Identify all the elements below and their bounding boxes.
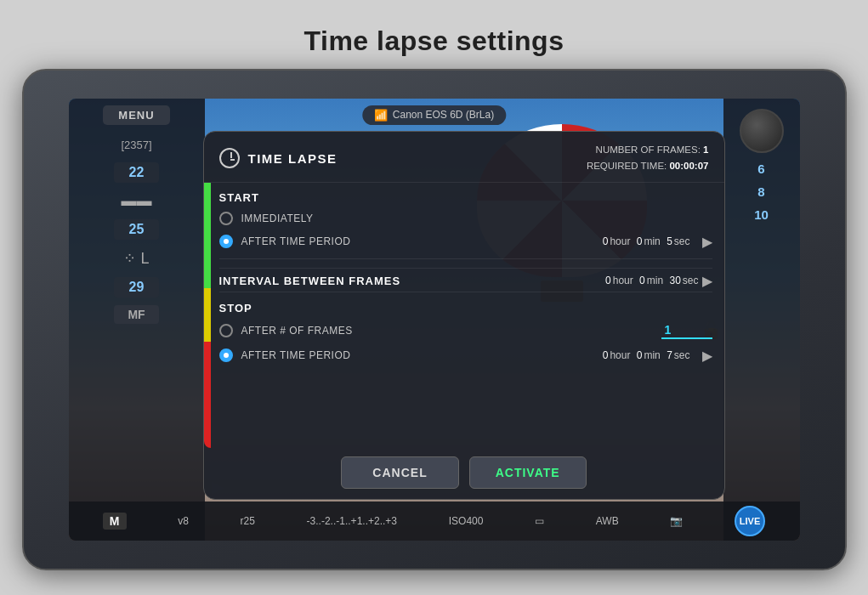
interval-time-value: 0 hour 0 min 30 sec bbox=[605, 275, 698, 286]
stop-min-unit: min bbox=[644, 349, 660, 361]
focus-icon: ⁘ L bbox=[123, 249, 149, 268]
interval-sec-unit: sec bbox=[683, 275, 699, 286]
page-title: Time lapse settings bbox=[304, 26, 564, 57]
start-time-arrow[interactable]: ▶ bbox=[702, 234, 712, 250]
stop-time-arrow[interactable]: ▶ bbox=[702, 348, 712, 364]
stop-frames-row[interactable]: AFTER # OF FRAMES bbox=[219, 320, 712, 342]
bottom-ev: -3..-2..-1..+1..+2..+3 bbox=[307, 515, 397, 527]
right-value-6: 6 bbox=[757, 162, 764, 176]
camera-connection-badge: 📶 Canon EOS 6D (BrLa) bbox=[362, 105, 506, 125]
interval-section-title: INTERVAL BETWEEN FRAMES bbox=[219, 275, 401, 287]
level-icon: ▬▬ bbox=[122, 192, 152, 210]
bar-yellow bbox=[204, 288, 211, 341]
interval-min-unit: min bbox=[647, 275, 663, 286]
live-badge[interactable]: LIVE bbox=[735, 506, 765, 536]
bottom-iso[interactable]: ISO400 bbox=[449, 515, 484, 527]
stop-hour-unit: hour bbox=[610, 349, 630, 361]
time-info: REQUIRED TIME: 00:00:07 bbox=[587, 158, 709, 175]
stop-time-value: 0 hour 0 min 7 sec bbox=[603, 349, 690, 361]
mf-label: MF bbox=[114, 305, 158, 324]
dialog-title-text: TIME LAPSE bbox=[248, 151, 338, 166]
frames-value-display: 1 bbox=[703, 144, 708, 155]
bottom-wb[interactable]: AWB bbox=[596, 515, 619, 527]
stop-hour-num: 0 bbox=[603, 349, 609, 361]
live-text: LIVE bbox=[740, 516, 760, 526]
start-sec-num: 5 bbox=[667, 235, 672, 247]
cancel-button[interactable]: CANCEL bbox=[341, 456, 458, 489]
frames-input[interactable] bbox=[661, 322, 712, 339]
immediately-row[interactable]: IMMEDIATELY bbox=[219, 209, 712, 228]
bottom-r25[interactable]: r25 bbox=[241, 515, 255, 527]
iso-value: ISO400 bbox=[449, 515, 484, 527]
start-after-time-label: AFTER TIME PERIOD bbox=[241, 235, 594, 247]
right-value-8: 8 bbox=[757, 184, 764, 199]
required-time-value: 00:00:07 bbox=[669, 161, 708, 171]
stop-after-time-label: AFTER TIME PERIOD bbox=[241, 349, 594, 361]
interval-section-row: INTERVAL BETWEEN FRAMES 0 hour 0 min 30 … bbox=[219, 268, 712, 292]
bottom-bar: M v8 r25 -3..-2..-1..+1..+2..+3 ISO400 ▭… bbox=[69, 502, 800, 541]
timer-icon bbox=[219, 148, 240, 168]
stop-frames-label: AFTER # OF FRAMES bbox=[241, 325, 653, 337]
color-bar bbox=[204, 183, 211, 448]
mode-m[interactable]: M bbox=[103, 513, 127, 530]
start-min-unit: min bbox=[644, 235, 660, 247]
right-sidebar: 6 8 10 bbox=[723, 99, 800, 541]
interval-sec-num: 30 bbox=[669, 275, 680, 286]
camera-name: Canon EOS 6D (BrLa) bbox=[393, 109, 494, 121]
v8-value: v8 bbox=[178, 515, 189, 527]
interval-hour-num: 0 bbox=[605, 275, 611, 286]
ev-scale: -3..-2..-1..+1..+2..+3 bbox=[307, 515, 397, 527]
start-after-time-row[interactable]: AFTER TIME PERIOD 0 hour 0 min 5 sec ▶ bbox=[219, 231, 712, 252]
frames-info: NUMBER OF FRAMES: 1 bbox=[587, 142, 709, 159]
right-value-10: 10 bbox=[754, 207, 769, 222]
dialog-buttons: CANCEL ACTIVATE bbox=[204, 448, 724, 499]
start-hour-num: 0 bbox=[603, 235, 609, 247]
wb-value: AWB bbox=[596, 515, 619, 527]
sidebar-value-25: 25 bbox=[114, 219, 160, 240]
dialog-body: START IMMEDIATELY AFTER TIME PERIOD 0 ho… bbox=[211, 183, 724, 448]
bar-green bbox=[204, 183, 211, 289]
wifi-icon: 📶 bbox=[374, 109, 388, 122]
mode-badge[interactable]: M bbox=[103, 513, 127, 530]
dialog-header-right: NUMBER OF FRAMES: 1 REQUIRED TIME: 00:00… bbox=[587, 142, 709, 175]
bottom-camera-mode[interactable]: 📷 bbox=[670, 515, 683, 527]
menu-button[interactable]: MENU bbox=[103, 105, 169, 125]
stop-frames-radio[interactable] bbox=[219, 324, 233, 337]
sidebar-value-29: 29 bbox=[114, 277, 160, 298]
timelapse-dialog: TIME LAPSE NUMBER OF FRAMES: 1 REQUIRED … bbox=[203, 131, 725, 500]
frames-count: [2357] bbox=[121, 139, 151, 151]
dialog-title-left: TIME LAPSE bbox=[219, 148, 338, 168]
start-after-time-radio[interactable] bbox=[219, 235, 233, 248]
start-time-value: 0 hour 0 min 5 sec bbox=[603, 235, 690, 247]
start-hour-unit: hour bbox=[610, 235, 630, 247]
stop-after-time-row[interactable]: AFTER TIME PERIOD 0 hour 0 min 7 sec ▶ bbox=[219, 345, 712, 366]
camera-screen: 📶 Canon EOS 6D (BrLa) MENU [2357] 22 ▬▬ … bbox=[69, 99, 800, 541]
camera-body: 📶 Canon EOS 6D (BrLa) MENU [2357] 22 ▬▬ … bbox=[22, 69, 847, 570]
bottom-v8[interactable]: v8 bbox=[178, 515, 189, 527]
bottom-aspect[interactable]: ▭ bbox=[535, 515, 544, 527]
dialog-content: START IMMEDIATELY AFTER TIME PERIOD 0 ho… bbox=[204, 183, 724, 448]
dial-knob[interactable] bbox=[740, 109, 784, 153]
immediately-label: IMMEDIATELY bbox=[241, 212, 712, 224]
stop-sec-num: 7 bbox=[667, 349, 672, 361]
frames-label: NUMBER OF FRAMES: bbox=[596, 144, 701, 155]
required-time-label: REQUIRED TIME: bbox=[587, 161, 667, 171]
left-sidebar: MENU [2357] 22 ▬▬ 25 ⁘ L 29 MF bbox=[69, 99, 205, 541]
activate-button[interactable]: ACTIVATE bbox=[469, 456, 587, 489]
start-min-num: 0 bbox=[637, 235, 643, 247]
interval-time-arrow[interactable]: ▶ bbox=[702, 273, 712, 289]
immediately-radio[interactable] bbox=[219, 212, 233, 225]
aspect-icon: ▭ bbox=[535, 515, 544, 527]
start-section-title: START bbox=[219, 188, 712, 206]
camera-mode-icon: 📷 bbox=[670, 515, 683, 527]
stop-after-time-radio[interactable] bbox=[219, 348, 233, 362]
r25-value: r25 bbox=[241, 515, 255, 527]
start-sec-unit: sec bbox=[674, 235, 690, 247]
dialog-header: TIME LAPSE NUMBER OF FRAMES: 1 REQUIRED … bbox=[204, 132, 724, 183]
stop-min-num: 0 bbox=[637, 349, 643, 361]
interval-min-num: 0 bbox=[639, 275, 645, 286]
bar-red bbox=[204, 342, 211, 448]
divider-1 bbox=[219, 258, 712, 259]
stop-section-title: STOP bbox=[219, 298, 712, 316]
stop-sec-unit: sec bbox=[674, 349, 690, 361]
